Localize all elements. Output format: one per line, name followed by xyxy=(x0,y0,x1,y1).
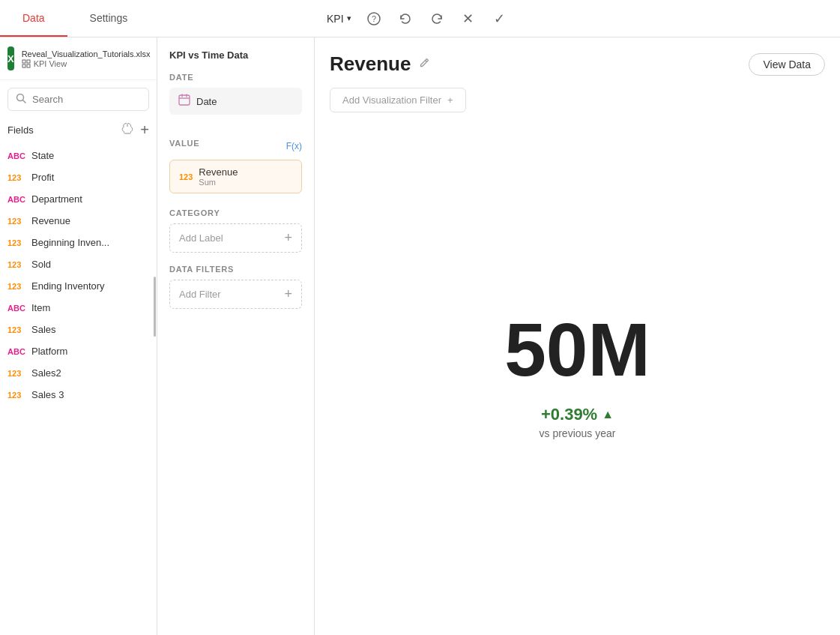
add-filter-plus-icon: + xyxy=(284,286,292,302)
field-name-label: Sales 3 xyxy=(31,389,64,400)
add-label-button[interactable]: Add Label + xyxy=(169,223,302,253)
left-panel: X Reveal_Visualization_Tutorials.xlsx KP… xyxy=(0,37,315,635)
filter-plus-icon: + xyxy=(447,94,453,106)
grid-icon xyxy=(22,59,31,68)
field-name-label: State xyxy=(31,150,54,161)
chevron-down-icon: ▾ xyxy=(347,13,351,23)
redo-icon[interactable] xyxy=(426,8,447,29)
tab-settings[interactable]: Settings xyxy=(67,0,151,37)
date-label: DATE xyxy=(169,73,302,82)
fields-label: Fields xyxy=(7,124,115,136)
field-type-label: ABC xyxy=(7,195,25,204)
add-visualization-filter-button[interactable]: Add Visualization Filter + xyxy=(330,88,466,112)
fields-sidebar: X Reveal_Visualization_Tutorials.xlsx KP… xyxy=(0,37,157,635)
field-name-label: Beginning Inven... xyxy=(31,237,109,248)
list-item[interactable]: 123Sales xyxy=(0,319,157,340)
field-list: ABCState123ProfitABCDepartment123Revenue… xyxy=(0,142,157,635)
search-icon xyxy=(16,93,26,106)
tab-data[interactable]: Data xyxy=(0,0,67,37)
list-item[interactable]: 123Beginning Inven... xyxy=(0,232,157,253)
help-icon[interactable]: ? xyxy=(363,8,384,29)
list-item[interactable]: ABCPlatform xyxy=(0,340,157,362)
file-name: Reveal_Visualization_Tutorials.xlsx xyxy=(22,49,151,58)
main-content: X Reveal_Visualization_Tutorials.xlsx KP… xyxy=(0,37,840,635)
field-type-label: ABC xyxy=(7,304,25,313)
search-input[interactable] xyxy=(32,94,141,105)
viz-area: Revenue View Data Add Visualization Filt… xyxy=(315,37,840,635)
field-name-label: Revenue xyxy=(31,215,70,226)
top-bar: Data Settings KPI ▾ ? ✕ xyxy=(0,0,840,37)
undo-icon[interactable] xyxy=(395,8,416,29)
list-item[interactable]: 123Ending Inventory xyxy=(0,275,157,297)
kpi-value: 50M xyxy=(504,312,650,387)
kpi-change: +0.39% ▲ vs previous year xyxy=(540,405,616,439)
field-type-label: 123 xyxy=(7,238,25,247)
list-item[interactable]: 123Revenue xyxy=(0,210,157,232)
close-icon[interactable]: ✕ xyxy=(458,8,479,29)
list-item[interactable]: ABCDepartment xyxy=(0,188,157,210)
viz-main: 50M +0.39% ▲ vs previous year xyxy=(330,130,825,620)
kpi-subtitle: vs previous year xyxy=(540,427,616,439)
kpi-change-row: +0.39% ▲ xyxy=(541,405,614,424)
field-name-label: Profit xyxy=(31,172,54,183)
field-type-label: 123 xyxy=(7,217,25,226)
data-filters-label: DATA FILTERS xyxy=(169,265,302,274)
view-data-button[interactable]: View Data xyxy=(749,53,825,76)
svg-line-7 xyxy=(23,100,26,103)
field-name-label: Sales2 xyxy=(31,367,61,379)
category-section: CATEGORY Add Label + xyxy=(169,208,302,253)
config-title: KPI vs Time Data xyxy=(169,49,302,61)
value-field-agg: Sum xyxy=(199,178,238,187)
top-icons: ? ✕ ✓ xyxy=(363,8,510,29)
svg-rect-9 xyxy=(179,95,190,105)
search-box[interactable] xyxy=(7,88,149,111)
field-name-label: Department xyxy=(31,193,82,205)
value-chip[interactable]: 123 Revenue Sum xyxy=(169,160,302,193)
add-label-plus-icon: + xyxy=(284,230,292,246)
svg-rect-2 xyxy=(22,60,25,63)
value-label: VALUE xyxy=(169,139,199,148)
field-name-label: Sold xyxy=(31,259,51,270)
data-filters-section: DATA FILTERS Add Filter + xyxy=(169,265,302,309)
value-section-header: VALUE F(x) xyxy=(169,139,302,154)
svg-rect-3 xyxy=(27,60,30,63)
tabs-left: Data Settings xyxy=(0,0,315,37)
list-item[interactable]: 123Sold xyxy=(0,253,157,275)
date-section: DATE Date xyxy=(169,73,302,127)
file-sub: KPI View xyxy=(22,59,151,68)
viz-title-row: Revenue xyxy=(330,52,430,76)
add-filter-button[interactable]: Add Filter + xyxy=(169,280,302,309)
value-field-name: Revenue xyxy=(199,166,238,178)
scroll-indicator xyxy=(154,277,156,337)
list-item[interactable]: 123Sales 3 xyxy=(0,384,157,406)
date-chip-label: Date xyxy=(196,96,217,107)
add-field-button[interactable]: + xyxy=(140,121,149,139)
viz-header: Revenue View Data xyxy=(330,52,825,76)
kpi-percentage: +0.39% xyxy=(541,405,597,424)
field-name-label: Platform xyxy=(31,346,67,357)
edit-title-icon[interactable] xyxy=(418,57,430,72)
kpi-arrow-icon: ▲ xyxy=(602,408,614,421)
fx-button[interactable]: F(x) xyxy=(286,141,302,151)
fields-header: Fields + xyxy=(0,118,157,142)
svg-text:?: ? xyxy=(372,14,376,23)
list-item[interactable]: 123Sales2 xyxy=(0,362,157,384)
brain-icon[interactable] xyxy=(121,122,134,139)
list-item[interactable]: ABCItem xyxy=(0,297,157,319)
viz-title: Revenue xyxy=(330,52,411,76)
check-icon[interactable]: ✓ xyxy=(489,8,510,29)
value-chip-info: Revenue Sum xyxy=(199,166,238,187)
field-type-label: 123 xyxy=(7,282,25,291)
calendar-icon xyxy=(178,94,190,109)
value-type-label: 123 xyxy=(179,172,193,181)
svg-rect-4 xyxy=(22,64,25,67)
list-item[interactable]: ABCState xyxy=(0,145,157,166)
field-type-label: 123 xyxy=(7,173,25,182)
svg-rect-5 xyxy=(27,64,30,67)
value-section: VALUE F(x) 123 Revenue Sum xyxy=(169,139,302,196)
list-item[interactable]: 123Profit xyxy=(0,166,157,188)
svg-line-13 xyxy=(426,60,427,61)
field-name-label: Sales xyxy=(31,324,56,335)
date-chip[interactable]: Date xyxy=(169,88,302,115)
kpi-dropdown[interactable]: KPI ▾ xyxy=(315,13,363,25)
